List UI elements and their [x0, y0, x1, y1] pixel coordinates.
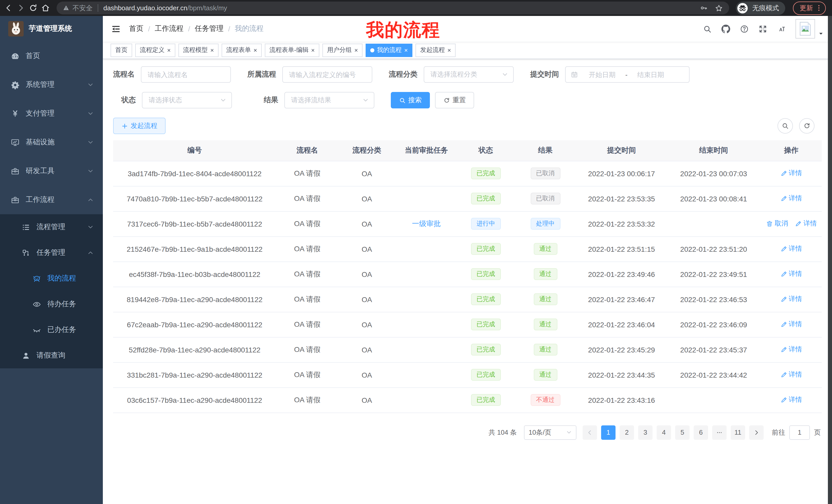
detail-action-button[interactable]: 详情 — [780, 320, 802, 329]
close-tab-icon[interactable]: × — [311, 47, 315, 53]
page-button-3[interactable]: 3 — [638, 425, 653, 440]
reset-button[interactable]: 重置 — [435, 92, 474, 108]
show-search-button[interactable] — [778, 118, 793, 134]
close-tab-icon[interactable]: × — [210, 47, 214, 53]
page-size-select[interactable]: 10条/页 — [524, 425, 576, 440]
security-warning-icon[interactable] — [63, 5, 70, 11]
help-icon[interactable] — [740, 24, 749, 33]
detail-action-button[interactable]: 详情 — [780, 270, 802, 279]
browser-back-icon[interactable] — [4, 4, 13, 12]
detail-action-button[interactable]: 详情 — [780, 345, 802, 354]
browser-home-icon[interactable] — [41, 4, 50, 12]
sidebar-item-label: 研发工具 — [26, 166, 54, 176]
sidebar-item-my-process[interactable]: 我的流程 — [0, 265, 103, 291]
page-button-6[interactable]: 6 — [694, 425, 708, 440]
sidebar-item-system-mgmt[interactable]: 系统管理 — [0, 71, 103, 99]
status-badge: 已完成 — [471, 193, 501, 204]
detail-action-button[interactable]: 详情 — [780, 295, 802, 304]
close-tab-icon[interactable]: × — [167, 47, 171, 53]
detail-action-button[interactable]: 详情 — [795, 219, 817, 228]
close-tab-icon[interactable]: × — [447, 47, 451, 53]
cell-actions: 详情 — [761, 362, 822, 387]
page-button-2[interactable]: 2 — [620, 425, 634, 440]
more-pages-button[interactable] — [712, 425, 727, 440]
refresh-table-button[interactable] — [799, 118, 814, 134]
tab-process-definition[interactable]: 流程定义× — [135, 44, 175, 57]
status-select[interactable]: 请选择状态 — [142, 92, 232, 108]
tab-process-form-edit[interactable]: 流程表单-编辑× — [265, 44, 319, 57]
user-avatar-menu[interactable] — [796, 19, 824, 38]
detail-action-button[interactable]: 详情 — [780, 370, 802, 380]
sidebar-item-dev-tools[interactable]: 研发工具 — [0, 157, 103, 186]
close-tab-icon[interactable]: × — [404, 47, 408, 53]
detail-action-button[interactable]: 详情 — [780, 169, 802, 178]
fullscreen-icon[interactable] — [758, 24, 767, 33]
bookmark-star-icon[interactable] — [715, 4, 723, 12]
page-button-1[interactable]: 1 — [601, 425, 616, 440]
close-tab-icon[interactable]: × — [254, 47, 257, 53]
category-select[interactable]: 请选择流程分类 — [424, 66, 514, 83]
next-page-button[interactable] — [749, 425, 763, 440]
search-icon[interactable] — [703, 24, 712, 33]
sidebar-item-payment-mgmt[interactable]: 支付管理 — [0, 99, 103, 128]
browser-update-button[interactable]: 更新 — [793, 1, 826, 15]
sidebar-item-workflow[interactable]: 工作流程 — [0, 186, 103, 214]
tab-my-process[interactable]: 我的流程× — [366, 44, 412, 57]
goto-page-input[interactable] — [789, 425, 810, 440]
prev-page-button[interactable] — [582, 425, 597, 440]
search-button[interactable]: 搜索 — [391, 92, 430, 108]
breadcrumb-item[interactable]: 首页 — [129, 24, 144, 33]
github-icon[interactable] — [722, 24, 730, 33]
tab-process-model[interactable]: 流程模型× — [178, 44, 218, 57]
close-tab-icon[interactable]: × — [354, 47, 358, 53]
tab-user-group[interactable]: 用户分组× — [322, 44, 363, 57]
tab-label: 流程模型 — [183, 46, 208, 54]
breadcrumb-item[interactable]: 任务管理 — [195, 24, 224, 33]
table-row: 52ffd28e-7b9a-11ec-a290-acde48001122OA 请… — [113, 337, 822, 362]
sidebar-item-process-mgmt[interactable]: 流程管理 — [0, 214, 103, 240]
incognito-icon — [737, 2, 748, 13]
cell-process-name: OA 请假 — [276, 337, 339, 362]
browser-menu-icon[interactable] — [815, 4, 823, 12]
font-size-icon[interactable] — [777, 24, 786, 33]
sidebar-item-infrastructure[interactable]: 基础设施 — [0, 128, 103, 157]
cancel-action-button[interactable]: 取消 — [766, 219, 788, 228]
browser-url-bar[interactable]: 不安全 dashboard.yudao.iocoder.cn/bpm/task/… — [57, 2, 729, 15]
tab-start-process[interactable]: 发起流程× — [415, 44, 456, 57]
sidebar-item-task-mgmt[interactable]: 任务管理 — [0, 240, 103, 265]
end-date-input[interactable] — [630, 71, 672, 78]
current-task-link[interactable]: 一级审批 — [412, 219, 441, 227]
detail-action-button[interactable]: 详情 — [780, 194, 802, 203]
tab-home[interactable]: 首页 — [110, 44, 132, 57]
refresh-icon — [803, 122, 810, 130]
browser-reload-icon[interactable] — [29, 4, 37, 12]
result-select[interactable]: 请选择流结果 — [284, 92, 374, 108]
start-date-input[interactable] — [581, 71, 623, 78]
result-badge: 通过 — [534, 293, 557, 305]
cell-actions: 详情 — [761, 287, 822, 312]
result-badge: 通过 — [534, 318, 557, 330]
browser-forward-icon[interactable] — [17, 4, 25, 12]
date-range-picker[interactable]: - — [565, 66, 690, 83]
page-scrollbar[interactable] — [828, 16, 832, 504]
sidebar-item-leave-query[interactable]: 请假查询 — [0, 343, 103, 368]
sidebar-item-todo-tasks[interactable]: 待办任务 — [0, 291, 103, 317]
detail-action-button[interactable]: 详情 — [780, 395, 802, 404]
page-button-11[interactable]: 11 — [731, 425, 745, 440]
breadcrumb-item[interactable]: 工作流程 — [155, 24, 184, 33]
sidebar-item-home[interactable]: 首页 — [0, 41, 103, 71]
sidebar-item-done-tasks[interactable]: 已办任务 — [0, 317, 103, 343]
result-badge: 不通过 — [530, 394, 560, 406]
chevron-down-icon — [87, 82, 94, 88]
create-process-button[interactable]: 发起流程 — [113, 118, 165, 134]
process-name-input[interactable] — [141, 66, 231, 83]
detail-action-button[interactable]: 详情 — [780, 244, 802, 254]
sidebar-toggle-icon[interactable] — [111, 24, 121, 34]
page-button-5[interactable]: 5 — [675, 425, 690, 440]
app-logo[interactable]: 芋道管理系统 — [0, 16, 103, 41]
page-button-4[interactable]: 4 — [657, 425, 671, 440]
cell-category: OA — [338, 337, 395, 362]
parent-process-input[interactable] — [282, 66, 372, 83]
tab-process-form[interactable]: 流程表单× — [222, 44, 262, 57]
password-key-icon[interactable] — [700, 4, 707, 12]
